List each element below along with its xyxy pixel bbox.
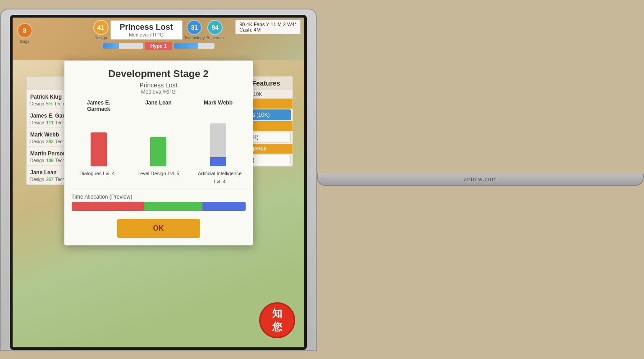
hype-badge: Hype 1 [145,42,172,50]
fans-stats: 90.4K Fans Y 11 M 2 W4* [239,22,297,27]
skill-text-2: Artificial Intelligence Lvl. 4 [198,171,242,184]
design-progress [102,43,143,49]
design-label: Design [94,36,107,40]
design-badge: 41 [93,20,108,35]
bugs-label: Bugs [20,39,30,44]
ta-segment-green [144,202,202,211]
bar-col-james [91,117,107,166]
logo-badge: 知 您 [259,302,295,338]
modal-staff-col-0: James E. Garmack [76,100,121,114]
bar-mark-gray [210,123,226,157]
laptop-shell: ZHINIW.COM 8 Bugs 41 Desi [0,9,317,351]
bar-col-mark [210,117,226,166]
ta-segment-red [72,202,144,211]
game-background: ZHINIW.COM 8 Bugs 41 Desi [13,18,304,347]
modal-game-genre: Medieval/RPG [64,89,253,95]
development-modal: Development Stage 2 Princess Lost Mediev… [64,60,253,245]
skill-text-0: Dialogues Lvl. 4 [79,171,114,176]
hud-row1: 41 Design Princess Lost Medieval / RPG 3… [93,20,224,40]
game-title-main: Princess Lost [118,23,174,32]
modal-staff-name-2: Mark Webb [196,100,241,106]
laptop-screen: ZHINIW.COM 8 Bugs 41 Desi [13,18,304,347]
staff-name: Martin Person [30,150,66,157]
hud-center: 41 Design Princess Lost Medieval / RPG 3… [93,20,224,50]
modal-staff-name-1: Jane Lean [136,100,181,106]
ok-button-wrapper: OK [64,214,253,245]
modal-title: Development Stage 2 [64,61,253,82]
time-alloc-bar [72,202,246,211]
bar-jane-green [150,137,166,166]
staff-name: Jane Lean [30,169,57,176]
footer-url: zhiniw.com [464,176,497,182]
modal-game-title: Princess Lost [64,82,253,89]
research-badge: 94 [207,20,223,35]
tech-label: Technology [184,36,205,40]
staff-name: Patrick Klug [30,94,62,100]
skill-label-1: Level Design Lvl. 5 [136,169,181,185]
bar-charts-area [64,117,253,166]
top-right-stats: 90.4K Fans Y 11 M 2 W4* Cash: 4M [235,20,301,34]
skill-text-1: Level Design Lvl. 5 [137,171,179,176]
modal-staff-col-2: Mark Webb [196,100,241,114]
time-alloc-label: Time Allocation (Preview) [72,194,246,200]
staff-name: Mark Webb [30,132,59,138]
ta-segment-blue [202,202,246,211]
time-allocation-section: Time Allocation (Preview) [64,190,253,214]
modal-staff-headers: James E. Garmack Jane Lean Mark Webb [64,100,253,114]
screen-bezel: ZHINIW.COM 8 Bugs 41 Desi [10,15,307,350]
modal-staff-col-1: Jane Lean [136,100,181,114]
logo-bottom: 您 [272,320,282,334]
game-title-sub: Medieval / RPG [118,32,174,37]
bugs-badge: 8 [17,23,32,38]
skill-label-0: Dialogues Lvl. 4 [75,169,120,185]
laptop-bottom-bar: zhiniw.com [317,173,644,186]
tech-progress [174,43,215,49]
research-label: Research [206,36,224,40]
bar-james-red [91,132,107,166]
bar-mark-blue [210,157,226,166]
hud-top: 8 Bugs 41 Design [13,18,304,60]
skill-label-2: Artificial Intelligence Lvl. 4 [197,169,242,185]
cash-stats: Cash: 4M [239,27,297,32]
bar-col-jane [150,117,166,166]
ok-button[interactable]: OK [117,219,200,238]
modal-staff-name-0: James E. Garmack [76,100,121,112]
tech-badge: 31 [187,20,202,35]
game-title-box: Princess Lost Medieval / RPG [110,20,182,40]
logo-top: 知 [272,307,282,320]
skill-labels-row: Dialogues Lvl. 4 Level Design Lvl. 5 Art… [64,169,253,185]
